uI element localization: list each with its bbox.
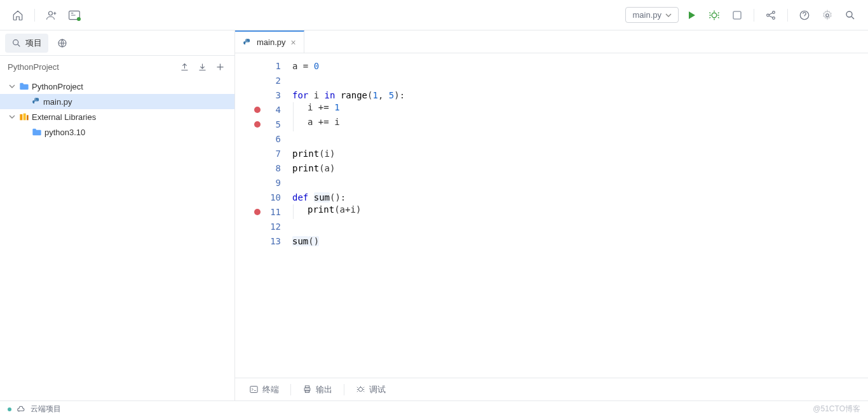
- separator: [344, 384, 344, 395]
- tab-project-label: 项目: [25, 37, 42, 49]
- line-number[interactable]: 2: [235, 73, 292, 88]
- svg-rect-17: [250, 387, 257, 393]
- project-sidebar: 项目 PythonProject: [0, 30, 235, 400]
- svg-rect-13: [20, 114, 22, 120]
- code-line[interactable]: [292, 73, 405, 88]
- toolbar-right: main.py: [625, 5, 860, 25]
- cloud-icon: [17, 405, 25, 414]
- svg-point-8: [826, 13, 829, 17]
- line-number[interactable]: 12: [235, 219, 292, 234]
- svg-rect-15: [27, 115, 29, 120]
- tree-folder-root[interactable]: PythonProject: [0, 79, 234, 94]
- tab-project[interactable]: 项目: [5, 34, 48, 53]
- python-file-icon: [243, 38, 252, 47]
- status-bar: 云端项目 @51CTO博客: [0, 400, 868, 417]
- search-everywhere-button[interactable]: [840, 5, 860, 25]
- sidebar-actions: [176, 58, 228, 75]
- tool-window-tabs: 终端 输出 调试: [235, 378, 868, 400]
- chevron-down-icon: [8, 112, 17, 121]
- code-line[interactable]: a = 0: [292, 58, 405, 73]
- project-title: PythonProject: [8, 62, 59, 72]
- svg-point-0: [49, 11, 53, 15]
- search-icon: [11, 38, 22, 48]
- status-cloud-label[interactable]: 云端项目: [31, 404, 61, 414]
- sidebar-header: PythonProject: [0, 56, 234, 77]
- status-left: 云端项目: [8, 404, 61, 414]
- code-line[interactable]: print(a+i): [292, 204, 405, 219]
- code-line[interactable]: [292, 175, 405, 190]
- line-number[interactable]: 8: [235, 161, 292, 175]
- toolbar-separator: [787, 9, 788, 22]
- svg-point-2: [712, 13, 717, 18]
- code-line[interactable]: [292, 131, 405, 146]
- svg-point-21: [358, 387, 362, 391]
- run-config-selector[interactable]: main.py: [625, 7, 679, 23]
- code-line[interactable]: [292, 219, 405, 234]
- tab-output[interactable]: 输出: [296, 381, 339, 398]
- code-line[interactable]: i += 1: [292, 102, 405, 117]
- code-editor[interactable]: 1 2 3 4 5 6 7 8 9 10 11 12 13 a = 0 for …: [235, 53, 868, 378]
- tab-terminal[interactable]: 终端: [243, 381, 285, 398]
- main-toolbar: main.py: [0, 0, 868, 30]
- bug-icon: [356, 385, 365, 394]
- line-number[interactable]: 9: [235, 175, 292, 190]
- code-line[interactable]: def sum():: [292, 190, 405, 204]
- close-tab-button[interactable]: ×: [291, 37, 296, 48]
- project-tree[interactable]: PythonProject main.py External Libraries…: [0, 77, 234, 400]
- connection-dot: [8, 407, 11, 411]
- help-button[interactable]: [794, 5, 815, 25]
- chevron-down-icon: [665, 12, 672, 18]
- code-line[interactable]: a += i: [292, 117, 405, 131]
- line-number[interactable]: 10: [235, 190, 292, 204]
- svg-rect-14: [24, 114, 26, 121]
- add-user-button[interactable]: [41, 5, 62, 25]
- tree-main-label: main.py: [43, 97, 72, 107]
- line-number-breakpoint[interactable]: 4: [235, 102, 292, 117]
- tree-python-version[interactable]: python3.10: [0, 124, 234, 140]
- globe-icon: [57, 38, 67, 48]
- printer-icon: [302, 385, 312, 394]
- home-button[interactable]: [8, 5, 28, 25]
- code-line[interactable]: print(i): [292, 146, 405, 161]
- folder-icon: [19, 82, 29, 91]
- line-number[interactable]: 1: [235, 58, 292, 73]
- tree-file-main[interactable]: main.py: [0, 94, 234, 109]
- line-number[interactable]: 13: [235, 234, 292, 248]
- editor-tab-main[interactable]: main.py ×: [235, 30, 304, 53]
- stop-button[interactable]: [727, 5, 747, 25]
- tree-external-libraries[interactable]: External Libraries: [0, 109, 234, 124]
- svg-rect-20: [305, 390, 309, 393]
- download-button[interactable]: [194, 58, 210, 75]
- settings-button[interactable]: [817, 5, 837, 25]
- line-number[interactable]: 6: [235, 131, 292, 146]
- folder-icon: [32, 128, 42, 136]
- terminal-icon: [249, 385, 259, 394]
- tree-extlib-label: External Libraries: [32, 112, 96, 122]
- gutter[interactable]: 1 2 3 4 5 6 7 8 9 10 11 12 13: [235, 53, 292, 378]
- library-icon: [19, 112, 29, 121]
- code-line[interactable]: sum(): [292, 234, 405, 248]
- code-line[interactable]: for i in range(1, 5):: [292, 88, 405, 102]
- watermark: @51CTO博客: [813, 404, 860, 414]
- tab-filename: main.py: [257, 37, 286, 47]
- tab-debug[interactable]: 调试: [349, 381, 392, 398]
- new-file-button[interactable]: [212, 58, 228, 75]
- share-button[interactable]: [761, 5, 781, 25]
- run-button[interactable]: [681, 5, 702, 25]
- line-number-breakpoint[interactable]: 11: [235, 204, 292, 219]
- editor-area: main.py × 1 2 3 4 5 6 7 8 9 10 11 12 13 …: [235, 30, 868, 400]
- code-line[interactable]: print(a): [292, 161, 405, 175]
- upload-button[interactable]: [176, 58, 193, 75]
- code-with-me-button[interactable]: [64, 5, 85, 25]
- debug-button[interactable]: [704, 5, 724, 25]
- svg-rect-3: [733, 11, 741, 19]
- code-content[interactable]: a = 0 for i in range(1, 5): i += 1 a += …: [292, 53, 405, 378]
- tree-pyver-label: python3.10: [44, 128, 85, 137]
- line-number[interactable]: 3: [235, 88, 292, 102]
- line-number-breakpoint[interactable]: 5: [235, 117, 292, 131]
- svg-point-9: [846, 11, 852, 17]
- tab-remote[interactable]: [51, 34, 74, 52]
- toolbar-left: [8, 5, 85, 25]
- line-number[interactable]: 7: [235, 146, 292, 161]
- run-config-label: main.py: [632, 10, 661, 20]
